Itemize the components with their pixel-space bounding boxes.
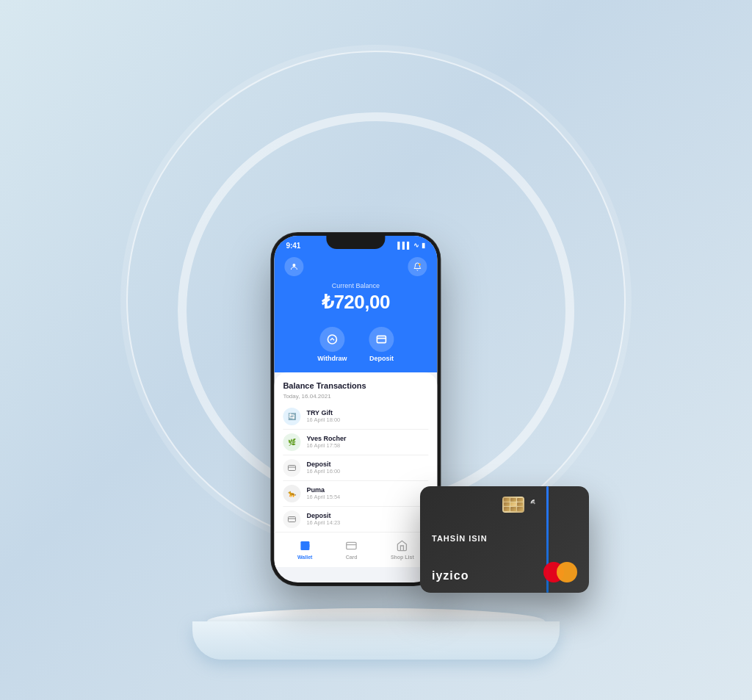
deposit-button[interactable]: Deposit [369,327,394,362]
tx-info-deposit2: Deposit 16 April 14:23 [306,512,428,526]
chip-cell [517,502,523,506]
phone-top-row [284,257,427,276]
phone-header: Current Balance ₺720,00 [274,253,437,327]
svg-rect-5 [288,465,295,470]
card-brand-name: iyzico [432,569,469,582]
transaction-item: 🔄 TRY Gift 16 April 18:00 [283,404,428,430]
phone-screen: 9:41 ▌▌▌ ∿ ▮ Current Balance [274,236,437,582]
transactions-title: Balance Transactions [283,381,428,390]
mastercard-orange-circle [557,562,577,582]
profile-button[interactable] [284,257,303,276]
tx-info-puma: Puma 16 April 15:54 [306,486,428,500]
card-chip [502,497,524,513]
card-nav-icon [344,538,359,553]
card-chip-area [432,497,577,513]
balance-label: Current Balance [332,282,380,289]
tx-time-deposit1: 16 April 16:00 [306,468,428,475]
nav-wallet[interactable]: Wallet [297,538,312,560]
tx-time-puma: 16 April 15:54 [306,494,428,500]
tx-icon-try-gift: 🔄 [283,408,300,425]
phone-body: Balance Transactions Today, 16.04.2021 🔄… [274,372,437,532]
tx-icon-deposit1 [283,459,300,477]
scene: 9:41 ▌▌▌ ∿ ▮ Current Balance [119,64,633,637]
tx-icon-deposit2 [283,510,300,528]
withdraw-button[interactable]: Withdraw [317,327,347,362]
wifi-icon: ∿ [413,242,419,249]
status-time: 9:41 [286,242,300,250]
withdraw-icon [319,327,344,352]
chip-cell [517,507,523,510]
svg-point-1 [419,263,421,265]
transaction-item: 🐆 Puma 16 April 15:54 [283,481,428,507]
deposit-label: Deposit [369,355,394,362]
wallet-nav-icon [297,538,312,553]
shop-nav-label: Shop List [391,555,414,560]
phone: 9:41 ▌▌▌ ∿ ▮ Current Balance [271,233,440,585]
transaction-item: Deposit 16 April 14:23 [283,507,428,532]
phone-nav: Wallet Card Shop List [274,532,437,567]
chip-cell [504,507,510,510]
balance-value: 720,00 [333,291,390,313]
tx-info-try-gift: TRY Gift 16 April 18:00 [306,409,428,423]
tx-icon-puma: 🐆 [283,485,300,502]
tx-name-puma: Puma [306,486,428,494]
mastercard-logo [543,562,577,582]
wallet-nav-label: Wallet [297,555,312,560]
notification-button[interactable] [408,257,427,276]
card-holder-name: TAHSİN ISIN [432,534,577,543]
svg-rect-7 [288,516,295,522]
battery-icon: ▮ [422,242,425,249]
tx-name-deposit1: Deposit [306,461,428,468]
tx-info-yves-rocher: Yves Rocher 16 April 17:58 [306,435,428,449]
svg-rect-3 [377,336,386,342]
status-icons: ▌▌▌ ∿ ▮ [397,242,425,249]
transaction-item: 🌿 Yves Rocher 16 April 17:58 [283,430,428,455]
balance-currency: ₺ [322,291,334,313]
chip-cell [510,498,516,502]
tx-icon-yves-rocher: 🌿 [283,433,300,451]
credit-card: TAHSİN ISIN iyzico [420,486,589,593]
nav-card[interactable]: Card [344,538,359,560]
signal-icon: ▌▌▌ [397,242,411,249]
tx-time-yves-rocher: 16 April 17:58 [306,442,428,449]
tx-info-deposit1: Deposit 16 April 16:00 [306,461,428,475]
card-bottom: iyzico [432,562,577,582]
transactions-date: Today, 16.04.2021 [283,393,428,400]
transaction-item: Deposit 16 April 16:00 [283,455,428,481]
shop-nav-icon [395,538,410,553]
tx-time-deposit2: 16 April 14:23 [306,519,428,526]
deposit-icon [369,327,394,352]
card-nav-label: Card [346,555,358,560]
chip-cell [510,507,516,510]
tx-name-yves-rocher: Yves Rocher [306,435,428,442]
svg-point-2 [328,335,336,344]
chip-cell [510,502,516,506]
chip-cell [517,498,523,502]
chip-cell [504,502,510,506]
tx-time-try-gift: 16 April 18:00 [306,416,428,423]
tx-name-deposit2: Deposit [306,512,428,519]
tx-name-try-gift: TRY Gift [306,409,428,416]
svg-point-0 [292,264,295,267]
nav-shop-list[interactable]: Shop List [391,538,414,560]
withdraw-label: Withdraw [317,355,347,362]
phone-actions: Withdraw Deposit [274,327,437,372]
phone-notch [326,233,385,249]
nfc-icon [529,497,540,511]
balance-amount: ₺720,00 [322,291,390,314]
svg-rect-9 [347,542,356,549]
chip-cell [504,498,510,502]
